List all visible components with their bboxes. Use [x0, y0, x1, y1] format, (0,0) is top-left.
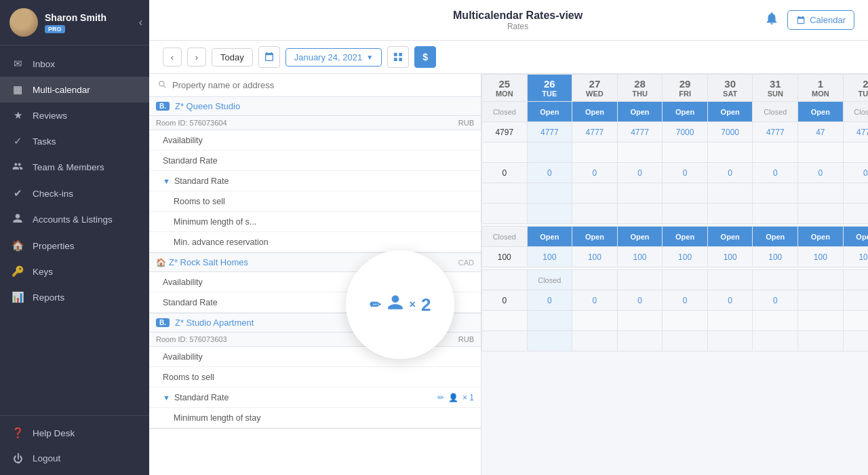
- grid-header: 25MON 26TUE 27WED 28THU 29FRI 30SAT 31SU…: [482, 75, 869, 102]
- col-header-fri29: 29FRI: [663, 75, 708, 102]
- sidebar-item-multicalendar[interactable]: ▦ Multi-calendar: [0, 77, 149, 102]
- grid-cell[interactable]: 0: [572, 290, 618, 311]
- grid-table: 25MON 26TUE 27WED 28THU 29FRI 30SAT 31SU…: [481, 74, 868, 352]
- grid-cell[interactable]: Open: [663, 102, 708, 122]
- sidebar-item-label: Reviews: [33, 111, 67, 121]
- grid-cell: [663, 204, 708, 224]
- grid-cell[interactable]: 100: [663, 247, 708, 267]
- grid-cell[interactable]: Open: [843, 227, 868, 247]
- grid-cell[interactable]: Open: [753, 227, 798, 247]
- grid-cell[interactable]: 0: [798, 163, 844, 183]
- grid-cell[interactable]: 4777: [617, 122, 663, 142]
- profile-info: Sharon Smith PRO: [45, 12, 140, 33]
- collapse-sidebar-button[interactable]: ‹: [139, 16, 142, 28]
- standard-rate-label: Standard Rate: [163, 156, 218, 166]
- grid-cell[interactable]: 100: [798, 247, 844, 267]
- sidebar-item-tasks[interactable]: ✓ Tasks: [0, 128, 149, 154]
- col-header-wed27: 27WED: [572, 75, 618, 102]
- grid-cell[interactable]: 4777: [572, 122, 618, 142]
- availability-row: Availability: [149, 347, 481, 367]
- calendar-button[interactable]: Calendar: [787, 10, 854, 30]
- grid-cell[interactable]: Open: [527, 102, 572, 122]
- grid-cell[interactable]: 100: [617, 247, 663, 267]
- grid-cell: [663, 183, 708, 204]
- grid-cell[interactable]: 100: [572, 247, 618, 267]
- calendar-icon-button[interactable]: [258, 46, 280, 68]
- grid-cell[interactable]: 0: [572, 163, 618, 183]
- notification-bell-icon[interactable]: [764, 11, 779, 29]
- grid-cell[interactable]: 0: [663, 290, 708, 311]
- col-header-mon1: 1MON: [798, 75, 844, 102]
- grid-cell[interactable]: 0: [753, 163, 798, 183]
- prev-button[interactable]: ‹: [163, 48, 182, 66]
- date-picker-button[interactable]: January 24, 2021 ▼: [285, 48, 382, 66]
- rate-symbol-button[interactable]: $: [414, 46, 436, 68]
- sub-section-label: Standard Rate: [174, 176, 229, 186]
- sidebar-item-reviews[interactable]: ★ Reviews: [0, 102, 149, 128]
- sidebar-item-logout[interactable]: ⏻ Logout: [0, 446, 149, 471]
- grid-cell[interactable]: 0: [753, 290, 798, 311]
- grid-cell[interactable]: 7000: [707, 122, 753, 142]
- grid-cell: [527, 183, 572, 204]
- grid-cell: [482, 270, 528, 290]
- grid-cell[interactable]: Open: [572, 227, 618, 247]
- grid-cell[interactable]: Open: [617, 102, 663, 122]
- grid-cell[interactable]: Open: [663, 227, 708, 247]
- grid-cell[interactable]: Open: [617, 227, 663, 247]
- grid-cell[interactable]: 0: [617, 290, 663, 311]
- page-subtitle: Rates: [271, 22, 764, 31]
- grid-cell[interactable]: 0: [843, 163, 868, 183]
- property-name[interactable]: Z* Queen Studio: [175, 101, 474, 111]
- inbox-icon: ✉: [11, 58, 24, 70]
- grid-cell[interactable]: 0: [663, 163, 708, 183]
- today-button[interactable]: Today: [212, 48, 253, 66]
- sidebar-item-helpdesk[interactable]: ❓ Help Desk: [0, 420, 149, 446]
- grid-cell: 0: [482, 163, 528, 183]
- grid-cell[interactable]: Open: [798, 227, 844, 247]
- grid-cell: [798, 183, 844, 204]
- sidebar-item-accounts[interactable]: Accounts & Listings: [0, 206, 149, 233]
- tooltip-pencil-icon[interactable]: ✏: [370, 297, 381, 313]
- grid-cell[interactable]: 47: [798, 122, 844, 142]
- grid-cell[interactable]: 0: [617, 163, 663, 183]
- sidebar-item-keys[interactable]: 🔑 Keys: [0, 259, 149, 284]
- grid-cell[interactable]: Open: [572, 102, 618, 122]
- edit-pencil-icon[interactable]: ✏: [437, 393, 444, 402]
- grid-cell[interactable]: 7000: [663, 122, 708, 142]
- expand-icon[interactable]: ▼: [163, 177, 170, 185]
- search-input[interactable]: [172, 80, 473, 90]
- grid-cell[interactable]: 0: [527, 163, 572, 183]
- grid-cell[interactable]: Open: [527, 227, 572, 247]
- avatar: [9, 8, 38, 37]
- grid-cell[interactable]: 100: [527, 247, 572, 267]
- sidebar-item-reports[interactable]: 📊 Reports: [0, 284, 149, 310]
- grid-cell[interactable]: 4777: [527, 122, 572, 142]
- sidebar-item-team[interactable]: Team & Members: [0, 154, 149, 180]
- min-length-row: Minimum length of s...: [149, 212, 481, 232]
- grid-cell: [527, 311, 572, 331]
- grid-cell[interactable]: Open: [798, 102, 844, 122]
- grid-cell[interactable]: 0: [527, 290, 572, 311]
- grid-cell[interactable]: 100: [843, 247, 868, 267]
- grid-cell: [617, 204, 663, 224]
- grid-cell[interactable]: Open: [707, 102, 753, 122]
- grid-cell[interactable]: 4777: [753, 122, 798, 142]
- grid-cell: [753, 331, 798, 352]
- sidebar-item-label: Team & Members: [33, 162, 104, 172]
- grid-cell[interactable]: 100: [753, 247, 798, 267]
- grid-cell: [798, 290, 844, 311]
- expand-icon[interactable]: ▼: [163, 394, 170, 402]
- grid-cell[interactable]: 0: [707, 290, 753, 311]
- sidebar-item-properties[interactable]: 🏠 Properties: [0, 233, 149, 259]
- grid-cell[interactable]: 4777: [843, 122, 868, 142]
- grid-view-button[interactable]: [387, 46, 409, 68]
- grid-cell[interactable]: 0: [707, 163, 753, 183]
- grid-cell[interactable]: 100: [707, 247, 753, 267]
- next-button[interactable]: ›: [187, 48, 206, 66]
- grid-cell[interactable]: Open: [707, 227, 753, 247]
- grid-cell: [798, 142, 844, 163]
- sidebar-item-checkins[interactable]: ✔ Check-ins: [0, 180, 149, 206]
- grid-cell: [843, 204, 868, 224]
- main-content: Multicalendar Rates-view Rates Calendar …: [149, 0, 868, 475]
- sidebar-item-inbox[interactable]: ✉ Inbox: [0, 51, 149, 77]
